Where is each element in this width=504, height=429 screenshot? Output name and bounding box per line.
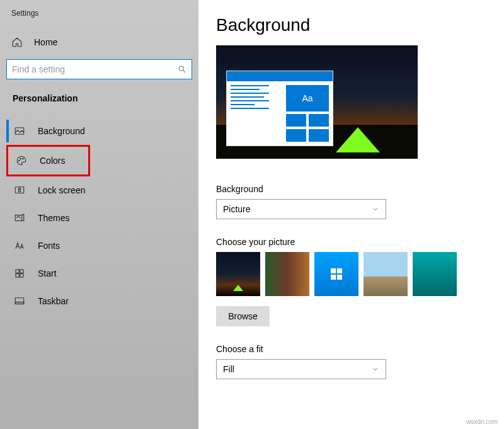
svg-point-3 xyxy=(19,160,20,161)
home-icon xyxy=(11,37,23,48)
sidebar-item-label: Themes xyxy=(38,213,70,223)
choose-picture-label: Choose your picture xyxy=(216,237,486,247)
picture-thumbnails xyxy=(216,252,486,296)
sidebar-item-lockscreen[interactable]: Lock screen xyxy=(6,176,192,204)
svg-point-0 xyxy=(179,66,183,71)
search-box[interactable] xyxy=(6,59,192,79)
svg-rect-9 xyxy=(16,270,19,273)
sidebar-item-colors[interactable]: Colors xyxy=(6,145,90,176)
dropdown-value: Fill xyxy=(223,364,234,374)
preview-sample-text: Aa xyxy=(286,85,329,112)
svg-point-4 xyxy=(20,158,21,159)
svg-rect-12 xyxy=(20,274,23,277)
nav-home-label: Home xyxy=(34,37,57,47)
lockscreen-icon xyxy=(14,185,25,196)
sidebar-item-background[interactable]: Background xyxy=(6,117,192,145)
colors-icon xyxy=(16,155,27,166)
dropdown-value: Picture xyxy=(223,204,251,214)
svg-rect-10 xyxy=(20,270,23,273)
sidebar-item-label: Background xyxy=(38,126,85,136)
sidebar-item-themes[interactable]: Themes xyxy=(6,204,192,232)
watermark: wsxdn.com xyxy=(466,418,498,425)
svg-rect-7 xyxy=(19,190,21,192)
background-type-dropdown[interactable]: Picture xyxy=(216,199,386,219)
chevron-down-icon xyxy=(372,205,379,213)
nav-home[interactable]: Home xyxy=(6,33,192,52)
picture-thumb[interactable] xyxy=(265,252,309,296)
choose-fit-label: Choose a fit xyxy=(216,344,486,354)
browse-button[interactable]: Browse xyxy=(216,306,270,326)
svg-point-5 xyxy=(23,158,24,159)
picture-thumb[interactable] xyxy=(314,252,358,296)
taskbar-icon xyxy=(14,295,25,307)
main-content: Background Aa Background Picture Choose … xyxy=(198,0,504,429)
page-title: Background xyxy=(216,15,486,35)
chevron-down-icon xyxy=(372,365,379,373)
sidebar-item-taskbar[interactable]: Taskbar xyxy=(6,287,192,315)
sidebar-item-label: Fonts xyxy=(38,241,60,251)
background-icon xyxy=(14,125,25,137)
choose-fit-dropdown[interactable]: Fill xyxy=(216,359,386,379)
sidebar-item-label: Colors xyxy=(40,156,65,166)
preview-sample-window: Aa xyxy=(226,71,333,146)
section-title: Personalization xyxy=(13,93,192,103)
search-icon xyxy=(178,65,186,74)
svg-line-1 xyxy=(183,71,186,73)
svg-rect-14 xyxy=(15,302,24,304)
picture-thumb[interactable] xyxy=(364,252,408,296)
fonts-icon xyxy=(14,240,25,251)
picture-thumb[interactable] xyxy=(413,252,457,296)
sidebar-item-start[interactable]: Start xyxy=(6,260,192,287)
sidebar-item-label: Taskbar xyxy=(38,296,69,306)
sidebar-item-label: Lock screen xyxy=(38,185,85,195)
themes-icon xyxy=(14,212,25,224)
picture-thumb[interactable] xyxy=(216,252,260,296)
svg-rect-11 xyxy=(16,274,19,277)
sidebar-item-fonts[interactable]: Fonts xyxy=(6,232,192,260)
search-input[interactable] xyxy=(12,64,178,74)
background-preview: Aa xyxy=(216,45,418,159)
sidebar-item-label: Start xyxy=(38,268,57,278)
sidebar: Settings Home Personalization Background… xyxy=(0,0,198,429)
app-title: Settings xyxy=(11,9,192,18)
background-type-label: Background xyxy=(216,184,486,194)
start-icon xyxy=(14,268,25,279)
